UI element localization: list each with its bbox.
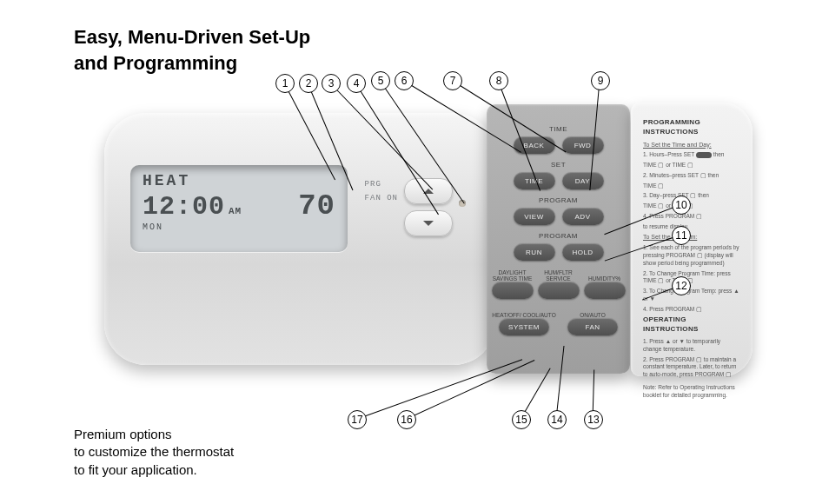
cover-o1: 1. Press ▲ or ▼ to temporarily change te…: [643, 338, 740, 354]
label-program1-section: PROGRAM: [539, 196, 578, 204]
lcd-prg-label: PRG: [365, 177, 398, 191]
cover-note: Note: Refer to Operating Instructions bo…: [643, 384, 740, 400]
callout-9: 9: [591, 71, 610, 90]
callout-6: 6: [395, 71, 414, 90]
lcd-ampm: AM: [229, 206, 242, 216]
cover-p4: 4. Press PROGRAM ▢: [643, 306, 740, 314]
label-program2-section: PROGRAM: [539, 232, 578, 240]
instruction-cover: PROGRAMMING INSTRUCTIONS To Set the Time…: [631, 103, 753, 376]
callout-14: 14: [547, 410, 567, 429]
caption-line-2: to customize the thermostat: [74, 444, 234, 459]
callout-10: 10: [672, 196, 691, 215]
callout-7: 7: [443, 71, 462, 90]
humfltr-button[interactable]: .: [538, 282, 580, 299]
run-button[interactable]: RUN: [514, 243, 555, 261]
cover-set-hdr: To Set the Time and Day:: [643, 142, 712, 148]
callout-1: 1: [275, 74, 295, 93]
cap-humidity: HUMIDITY%: [584, 269, 626, 282]
dst-button[interactable]: .: [492, 282, 534, 299]
cover-s3: 3. Day–press SET ▢ then: [643, 192, 740, 200]
callout-8: 8: [489, 71, 508, 90]
lcd-temp: 70: [298, 189, 335, 222]
cover-oh: OPERATING INSTRUCTIONS: [643, 315, 740, 335]
lcd-fan-label: FAN ON: [365, 191, 398, 205]
cap-humfltr: HUM/FLTR SERVICE: [538, 269, 580, 282]
cover-p3: 3. To Change Program Temp: press ▲ or ▼: [643, 288, 740, 303]
callout-2: 2: [299, 74, 318, 93]
cover-s1: 1. Hours–Press SET: [643, 151, 694, 157]
cover-s1b: TIME ▢ or TIME ▢: [643, 162, 740, 169]
callout-17: 17: [348, 410, 367, 429]
callout-12: 12: [672, 276, 691, 295]
fwd-button[interactable]: FWD: [562, 136, 604, 154]
fan-button[interactable]: FAN: [567, 318, 618, 335]
cap-dst: DAYLIGHT SAVINGS TIME: [492, 269, 534, 282]
cover-s3b: TIME ▢ or TIME ▢: [643, 202, 740, 210]
lcd-display: HEAT 12:00AM 70 MON PRG FAN ON: [130, 165, 348, 252]
heading-line-1: Easy, Menu-Driven Set-Up: [74, 26, 310, 48]
cap-onauto: ON/AUTO: [560, 306, 625, 318]
cover-s4b: to resume display.: [643, 223, 740, 231]
chevron-down-icon: [422, 219, 434, 228]
cover-p1: 1. See each of the program periods by pr…: [643, 244, 740, 267]
temp-down-button[interactable]: [404, 210, 453, 236]
callout-4: 4: [347, 74, 366, 93]
hold-button[interactable]: HOLD: [562, 243, 604, 261]
adv-button[interactable]: ADV: [562, 208, 604, 225]
lcd-day: MON: [143, 222, 335, 232]
cap-mode: HEAT/OFF/ COOL/AUTO: [492, 306, 556, 318]
callout-5: 5: [371, 71, 390, 90]
label-time-section: TIME: [549, 125, 567, 133]
caption-line-3: to fit your application.: [74, 462, 197, 477]
thermostat-body: HEAT 12:00AM 70 MON PRG FAN ON: [104, 113, 495, 365]
page-heading: Easy, Menu-Driven Set-Up and Programming: [74, 24, 310, 76]
label-set-section: SET: [551, 161, 566, 169]
callout-16: 16: [397, 410, 416, 429]
callout-15: 15: [512, 410, 531, 429]
cover-s2: 2. Minutes–press SET ▢ then: [643, 172, 740, 180]
cover-o2: 2. Press PROGRAM ▢ to maintain a constan…: [643, 356, 740, 379]
lcd-time: 12:00: [143, 192, 225, 222]
system-button[interactable]: SYSTEM: [499, 318, 549, 335]
callout-11: 11: [672, 226, 691, 245]
page-caption: Premium options to customize the thermos…: [74, 426, 234, 479]
humidity-button[interactable]: .: [584, 282, 626, 299]
pill-icon: [696, 152, 712, 158]
cover-s2b: TIME ▢: [643, 182, 740, 190]
cover-title: PROGRAMMING INSTRUCTIONS: [643, 118, 740, 137]
cover-p2: 2. To Change Program Time: press TIME ▢ …: [643, 270, 740, 286]
leader-line: [356, 359, 522, 420]
leader-line: [406, 360, 534, 420]
caption-line-1: Premium options: [74, 427, 172, 441]
callout-3: 3: [322, 74, 341, 93]
day-button[interactable]: DAY: [562, 172, 604, 189]
callout-13: 13: [584, 410, 603, 429]
view-button[interactable]: VIEW: [514, 208, 555, 225]
heading-line-2: and Programming: [74, 52, 237, 74]
lcd-mode: HEAT: [143, 172, 335, 189]
